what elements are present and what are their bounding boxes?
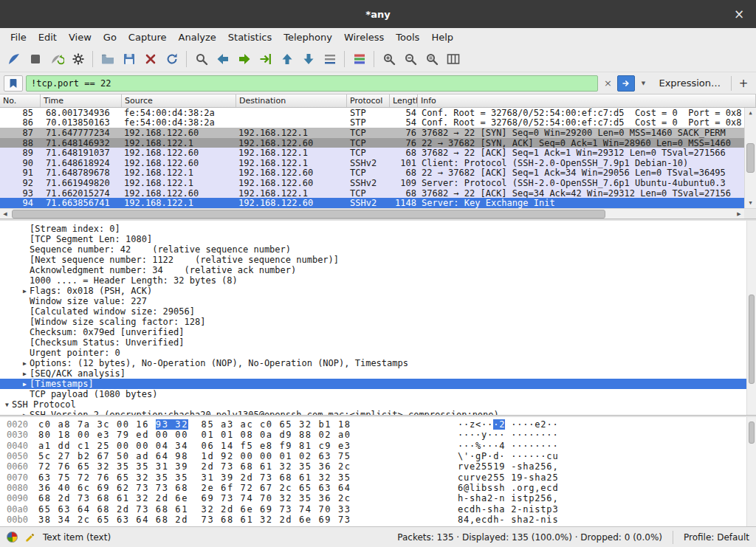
hex-bytes[interactable]: 36 40 6c 69 62 73 73 68 2e 6f 72 67 2c 6… bbox=[38, 483, 363, 493]
go-forward-button[interactable] bbox=[233, 48, 255, 69]
packet-row-85[interactable]: 8568.001734936fe:54:00:d4:38:2aSTP54Conf… bbox=[0, 108, 744, 118]
collapsed-arrow-icon[interactable] bbox=[20, 381, 30, 388]
detail-line-flags[interactable]: Flags: 0x018 (PSH, ACK) bbox=[0, 286, 756, 296]
hex-row[interactable]: 007063 75 72 76 65 32 35 35 31 39 2d 73 … bbox=[0, 472, 756, 482]
detail-line-timestamps-selected[interactable]: [Timestamps] bbox=[0, 379, 756, 389]
capture-options-button[interactable] bbox=[67, 48, 89, 69]
packet-list-vscrollbar[interactable]: ▲ ▼ bbox=[744, 108, 756, 208]
packet-row-92[interactable]: 9271.661949820192.168.122.1192.168.122.6… bbox=[0, 178, 744, 188]
hex-row[interactable]: 00b038 34 2c 65 63 64 68 2d 73 68 61 32 … bbox=[0, 515, 756, 525]
hex-row[interactable]: 0020c0 a8 7a 3c 00 16 93 32 85 a3 ac c0 … bbox=[0, 419, 756, 430]
hex-bytes[interactable]: 5c 27 b2 67 50 ad 64 98 1d 92 00 00 01 0… bbox=[38, 451, 363, 461]
filter-clear-button[interactable]: × bbox=[601, 75, 614, 92]
detail-line[interactable]: Acknowledgment number: 34 (relative ack … bbox=[0, 265, 756, 275]
pencil-icon[interactable] bbox=[24, 531, 36, 543]
profile-status[interactable]: Profile: Default bbox=[684, 532, 749, 543]
col-header-info[interactable]: Info bbox=[418, 94, 756, 107]
detail-line[interactable]: TCP payload (1080 bytes) bbox=[0, 389, 756, 399]
menu-telephony[interactable]: Telephony bbox=[278, 30, 338, 45]
go-last-packet-button[interactable] bbox=[298, 48, 319, 69]
hex-ascii[interactable]: ····y··· ········ bbox=[458, 430, 558, 440]
go-first-packet-button[interactable] bbox=[276, 48, 298, 69]
menu-tools[interactable]: Tools bbox=[390, 30, 425, 45]
hscroll-thumb[interactable] bbox=[12, 210, 605, 219]
col-header-length[interactable]: Length bbox=[390, 94, 418, 107]
go-to-packet-button[interactable] bbox=[255, 48, 276, 69]
col-header-time[interactable]: Time bbox=[41, 94, 122, 107]
detail-line[interactable]: [Window size scaling factor: 128] bbox=[0, 317, 756, 327]
hex-ascii[interactable]: 84,ecdh- sha2-nis bbox=[458, 515, 558, 525]
menu-file[interactable]: File bbox=[4, 30, 32, 45]
find-packet-button[interactable] bbox=[190, 48, 212, 69]
detail-line-options[interactable]: Options: (12 bytes), No-Operation (NOP),… bbox=[0, 358, 756, 368]
hex-row[interactable]: 008036 40 6c 69 62 73 73 68 2e 6f 72 67 … bbox=[0, 483, 756, 493]
hex-ascii[interactable]: \'·gP·d· ······cu bbox=[458, 451, 558, 461]
hex-row[interactable]: 00a065 63 64 68 2d 73 68 61 32 2d 6e 69 … bbox=[0, 503, 756, 514]
hex-scroll-thumb[interactable] bbox=[749, 422, 755, 444]
detail-line[interactable]: 1000 .... = Header Length: 32 bytes (8) bbox=[0, 275, 756, 286]
detail-line-ssh-version[interactable]: SSH Version 2 (encryption:chacha20-poly1… bbox=[0, 410, 756, 415]
zoom-original-button[interactable] bbox=[421, 48, 442, 69]
hex-bytes[interactable]: 80 18 00 e3 79 ed 00 00 01 01 08 0a d9 8… bbox=[38, 430, 363, 440]
filter-apply-button[interactable] bbox=[617, 75, 635, 92]
col-header-no[interactable]: No. bbox=[0, 94, 41, 107]
hex-bytes[interactable]: 65 63 64 68 2d 73 68 61 32 2d 6e 69 73 7… bbox=[38, 504, 363, 515]
packet-row-89[interactable]: 8971.648191037192.168.122.60192.168.122.… bbox=[0, 148, 744, 158]
packet-row-93[interactable]: 9371.662015274192.168.122.60192.168.122.… bbox=[0, 188, 744, 199]
window-close-button[interactable]: × bbox=[731, 6, 747, 22]
zoom-in-button[interactable] bbox=[378, 48, 399, 69]
menu-wireless[interactable]: Wireless bbox=[338, 30, 390, 45]
details-vscrollbar[interactable] bbox=[746, 221, 756, 415]
hex-ascii[interactable]: curve255 19-sha25 bbox=[458, 472, 558, 483]
expert-info-icon[interactable] bbox=[7, 531, 18, 543]
menu-capture[interactable]: Capture bbox=[123, 30, 173, 45]
resize-columns-button[interactable] bbox=[442, 48, 464, 69]
collapsed-arrow-icon[interactable] bbox=[20, 371, 30, 377]
detail-line[interactable]: [Checksum Status: Unverified] bbox=[0, 337, 756, 348]
collapsed-arrow-icon[interactable] bbox=[20, 288, 30, 295]
title-bar[interactable]: *any × bbox=[0, 0, 756, 28]
menu-edit[interactable]: Edit bbox=[32, 30, 63, 45]
display-filter-input[interactable] bbox=[26, 75, 598, 92]
hex-ascii[interactable]: h-sha2-n istp256, bbox=[458, 493, 558, 503]
packet-list-hscrollbar[interactable]: ◀ ▶ bbox=[0, 208, 756, 219]
hex-ascii[interactable]: 6@libssh .org,ecd bbox=[458, 483, 558, 493]
hex-row[interactable]: 0040a1 dd c1 25 00 00 04 34 06 14 f5 e8 … bbox=[0, 441, 756, 451]
hscroll-track[interactable] bbox=[10, 209, 734, 219]
start-capture-button[interactable] bbox=[3, 48, 24, 69]
hex-bytes[interactable]: a1 dd c1 25 00 00 04 34 06 14 f5 e8 f9 8… bbox=[38, 441, 363, 451]
detail-line[interactable]: Checksum: 0x79ed [unverified] bbox=[0, 327, 756, 337]
packet-row-87[interactable]: 8771.647777234192.168.122.60192.168.122.… bbox=[0, 128, 744, 138]
scroll-right-arrow-icon[interactable]: ▶ bbox=[734, 211, 744, 217]
detail-line[interactable]: Sequence number: 42 (relative sequence n… bbox=[0, 244, 756, 255]
scroll-left-arrow-icon[interactable]: ◀ bbox=[0, 211, 10, 217]
detail-line[interactable]: [Next sequence number: 1122 (relative se… bbox=[0, 255, 756, 265]
detail-line-ssh-protocol[interactable]: SSH Protocol bbox=[0, 399, 756, 410]
menu-analyze[interactable]: Analyze bbox=[173, 30, 222, 45]
detail-line[interactable]: [TCP Segment Len: 1080] bbox=[0, 234, 756, 244]
vscroll-thumb[interactable] bbox=[746, 143, 755, 173]
packet-row-88[interactable]: 8871.648146932192.168.122.1192.168.122.6… bbox=[0, 138, 744, 148]
packet-row-94-selected[interactable]: 9471.663856741192.168.122.1192.168.122.6… bbox=[0, 198, 744, 208]
add-filter-button[interactable]: + bbox=[735, 75, 752, 92]
scroll-down-arrow-icon[interactable]: ▼ bbox=[745, 198, 756, 208]
packet-row-91[interactable]: 9171.648789678192.168.122.1192.168.122.6… bbox=[0, 168, 744, 179]
filter-bookmark-button[interactable] bbox=[4, 75, 23, 92]
save-file-button[interactable] bbox=[118, 48, 140, 69]
hex-bytes[interactable]: 38 34 2c 65 63 64 68 2d 73 68 61 32 2d 6… bbox=[38, 515, 363, 525]
hex-row[interactable]: 003080 18 00 e3 79 ed 00 00 01 01 08 0a … bbox=[0, 430, 756, 440]
restart-capture-button[interactable] bbox=[46, 48, 67, 69]
go-back-button[interactable] bbox=[212, 48, 233, 69]
hex-bytes[interactable]: 63 75 72 76 65 32 35 35 31 39 2d 73 68 6… bbox=[38, 472, 363, 483]
collapsed-arrow-icon[interactable] bbox=[20, 412, 30, 416]
hex-row[interactable]: 006072 76 65 32 35 35 31 39 2d 73 68 61 … bbox=[0, 461, 756, 472]
colorize-button[interactable] bbox=[348, 48, 370, 69]
hex-ascii[interactable]: ecdh-sha 2-nistp3 bbox=[458, 504, 558, 515]
hex-ascii[interactable]: rve25519 -sha256, bbox=[458, 461, 558, 472]
detail-line[interactable]: Window size value: 227 bbox=[0, 296, 756, 306]
hex-bytes[interactable]: c0 a8 7a 3c 00 16 93 32 85 a3 ac c0 65 3… bbox=[38, 419, 363, 430]
open-file-button[interactable] bbox=[97, 48, 118, 69]
col-header-source[interactable]: Source bbox=[122, 94, 236, 107]
filter-dropdown-caret[interactable]: ▼ bbox=[638, 75, 648, 92]
collapsed-arrow-icon[interactable] bbox=[20, 360, 30, 367]
